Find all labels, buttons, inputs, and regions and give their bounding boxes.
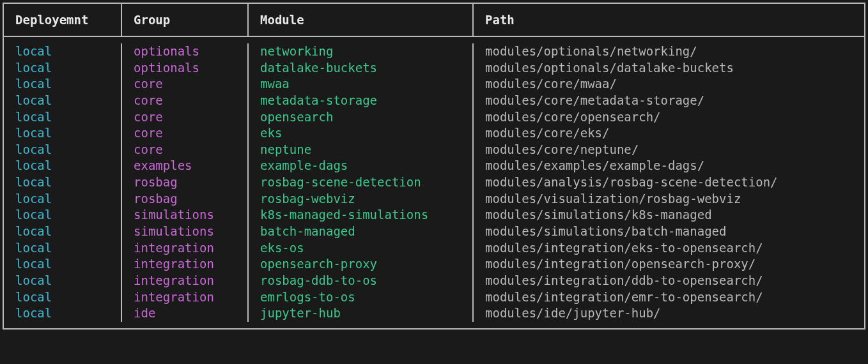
cell-module: batch-managed bbox=[249, 224, 474, 240]
cell-deployment: local bbox=[4, 60, 122, 77]
cell-deployment: local bbox=[4, 109, 122, 126]
table-row: localidejupyter-hubmodules/ide/jupyter-h… bbox=[4, 305, 864, 322]
table-body: localoptionalsnetworkingmodules/optional… bbox=[4, 37, 864, 328]
cell-module: k8s-managed-simulations bbox=[249, 207, 474, 224]
cell-deployment: local bbox=[4, 224, 122, 240]
cell-path: modules/core/neptune/ bbox=[474, 142, 864, 158]
cell-path: modules/core/eks/ bbox=[474, 125, 864, 142]
table-row: localsimulationsbatch-managedmodules/sim… bbox=[4, 224, 864, 240]
cell-path: modules/examples/example-dags/ bbox=[474, 158, 864, 174]
cell-module: jupyter-hub bbox=[249, 305, 474, 322]
table-row: localexamplesexample-dagsmodules/example… bbox=[4, 158, 864, 174]
cell-deployment: local bbox=[4, 174, 122, 191]
cell-group: core bbox=[122, 93, 249, 109]
header-deployment: Deployemnt bbox=[4, 4, 122, 36]
cell-group: rosbag bbox=[122, 174, 249, 191]
cell-path: modules/analysis/rosbag-scene-detection/ bbox=[474, 174, 864, 191]
cell-path: modules/optionals/datalake-buckets bbox=[474, 60, 864, 77]
cell-path: modules/core/metadata-storage/ bbox=[474, 93, 864, 109]
cell-module: opensearch-proxy bbox=[249, 256, 474, 273]
cell-deployment: local bbox=[4, 289, 122, 306]
table-header-row: Deployemnt Group Module Path bbox=[4, 4, 864, 37]
cell-path: modules/visualization/rosbag-webviz bbox=[474, 191, 864, 208]
cell-path: modules/simulations/k8s-managed bbox=[474, 207, 864, 224]
table-row: localoptionalsnetworkingmodules/optional… bbox=[4, 43, 864, 60]
table-row: localcoreneptunemodules/core/neptune/ bbox=[4, 142, 864, 158]
cell-module: opensearch bbox=[249, 109, 474, 126]
table-row: localcoremwaamodules/core/mwaa/ bbox=[4, 76, 864, 93]
header-path: Path bbox=[474, 4, 864, 36]
cell-path: modules/integration/ddb-to-opensearch/ bbox=[474, 273, 864, 289]
cell-deployment: local bbox=[4, 191, 122, 208]
cell-module: metadata-storage bbox=[249, 93, 474, 109]
header-module: Module bbox=[249, 4, 474, 36]
cell-module: rosbag-webviz bbox=[249, 191, 474, 208]
table-row: localoptionalsdatalake-bucketsmodules/op… bbox=[4, 60, 864, 77]
cell-module: datalake-buckets bbox=[249, 60, 474, 77]
cell-module: eks-os bbox=[249, 240, 474, 257]
header-group: Group bbox=[122, 4, 249, 36]
cell-module: rosbag-ddb-to-os bbox=[249, 273, 474, 289]
cell-deployment: local bbox=[4, 125, 122, 142]
cell-path: modules/core/opensearch/ bbox=[474, 109, 864, 126]
table-row: localsimulationsk8s-managed-simulationsm… bbox=[4, 207, 864, 224]
cell-deployment: local bbox=[4, 273, 122, 289]
cell-deployment: local bbox=[4, 43, 122, 60]
cell-group: core bbox=[122, 109, 249, 126]
cell-deployment: local bbox=[4, 207, 122, 224]
cell-group: integration bbox=[122, 256, 249, 273]
cell-module: networking bbox=[249, 43, 474, 60]
cell-path: modules/ide/jupyter-hub/ bbox=[474, 305, 864, 322]
cell-module: rosbag-scene-detection bbox=[249, 174, 474, 191]
cell-group: integration bbox=[122, 289, 249, 306]
cell-group: rosbag bbox=[122, 191, 249, 208]
table-row: localintegrationopensearch-proxymodules/… bbox=[4, 256, 864, 273]
cell-module: mwaa bbox=[249, 76, 474, 93]
cell-group: core bbox=[122, 142, 249, 158]
cell-deployment: local bbox=[4, 93, 122, 109]
cell-group: ide bbox=[122, 305, 249, 322]
cell-deployment: local bbox=[4, 76, 122, 93]
cell-group: integration bbox=[122, 240, 249, 257]
cell-group: simulations bbox=[122, 224, 249, 240]
table-row: localcoreopensearchmodules/core/opensear… bbox=[4, 109, 864, 126]
cell-group: simulations bbox=[122, 207, 249, 224]
cell-deployment: local bbox=[4, 158, 122, 174]
cell-group: examples bbox=[122, 158, 249, 174]
table-row: localintegrationrosbag-ddb-to-osmodules/… bbox=[4, 273, 864, 289]
cell-module: emrlogs-to-os bbox=[249, 289, 474, 306]
cell-path: modules/integration/eks-to-opensearch/ bbox=[474, 240, 864, 257]
cell-deployment: local bbox=[4, 240, 122, 257]
table-row: localintegrationemrlogs-to-osmodules/int… bbox=[4, 289, 864, 306]
cell-group: integration bbox=[122, 273, 249, 289]
cell-path: modules/core/mwaa/ bbox=[474, 76, 864, 93]
cell-group: optionals bbox=[122, 43, 249, 60]
table-row: localcoremetadata-storagemodules/core/me… bbox=[4, 93, 864, 109]
cell-deployment: local bbox=[4, 142, 122, 158]
cell-group: core bbox=[122, 125, 249, 142]
cell-path: modules/integration/opensearch-proxy/ bbox=[474, 256, 864, 273]
cell-deployment: local bbox=[4, 305, 122, 322]
table-row: localrosbagrosbag-scene-detectionmodules… bbox=[4, 174, 864, 191]
cell-group: optionals bbox=[122, 60, 249, 77]
modules-table: Deployemnt Group Module Path localoption… bbox=[3, 3, 865, 330]
cell-module: eks bbox=[249, 125, 474, 142]
cell-group: core bbox=[122, 76, 249, 93]
cell-path: modules/integration/emr-to-opensearch/ bbox=[474, 289, 864, 306]
cell-path: modules/simulations/batch-managed bbox=[474, 224, 864, 240]
cell-module: example-dags bbox=[249, 158, 474, 174]
cell-path: modules/optionals/networking/ bbox=[474, 43, 864, 60]
cell-module: neptune bbox=[249, 142, 474, 158]
cell-deployment: local bbox=[4, 256, 122, 273]
table-row: localcoreeksmodules/core/eks/ bbox=[4, 125, 864, 142]
table-row: localintegrationeks-osmodules/integratio… bbox=[4, 240, 864, 257]
table-row: localrosbagrosbag-webvizmodules/visualiz… bbox=[4, 191, 864, 208]
